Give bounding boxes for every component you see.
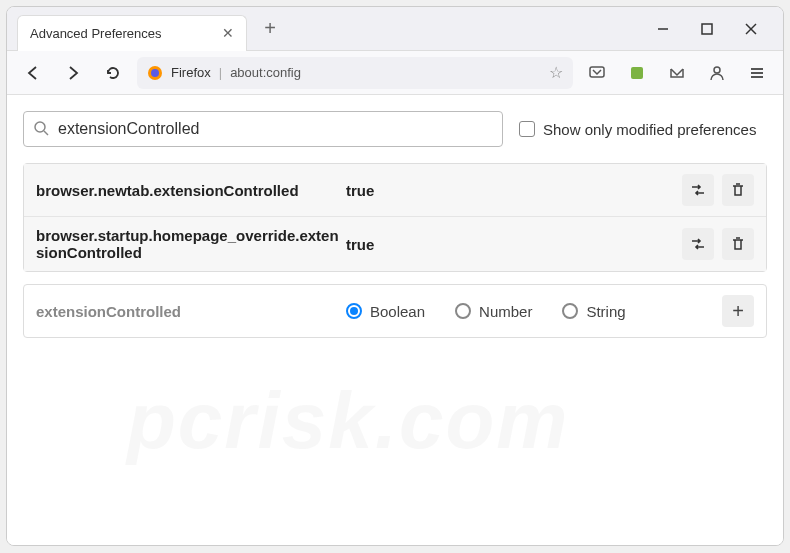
close-tab-icon[interactable]: ✕ <box>222 25 234 41</box>
modified-only-text: Show only modified preferences <box>543 121 756 138</box>
type-option-number[interactable]: Number <box>455 303 532 320</box>
browser-tab[interactable]: Advanced Preferences ✕ <box>17 15 247 51</box>
radio-label: Number <box>479 303 532 320</box>
pref-name: browser.newtab.extensionControlled <box>36 182 346 199</box>
minimize-button[interactable] <box>651 17 675 41</box>
modified-only-label[interactable]: Show only modified preferences <box>519 121 756 138</box>
new-pref-name: extensionControlled <box>36 303 346 320</box>
back-button[interactable] <box>17 57 49 89</box>
nav-toolbar: Firefox | about:config ☆ <box>7 51 783 95</box>
firefox-logo-icon <box>147 65 163 81</box>
watermark: pcrisk.com <box>127 375 569 467</box>
svg-line-13 <box>44 131 48 135</box>
close-window-button[interactable] <box>739 17 763 41</box>
svg-rect-6 <box>590 67 604 77</box>
browser-window: Advanced Preferences ✕ + Firefox | about… <box>6 6 784 546</box>
radio-button[interactable] <box>562 303 578 319</box>
pref-value: true <box>346 236 682 253</box>
pref-actions <box>682 174 754 206</box>
bookmark-star-icon[interactable]: ☆ <box>549 63 563 82</box>
modified-only-checkbox[interactable] <box>519 121 535 137</box>
prefs-table: browser.newtab.extensionControlled true … <box>23 163 767 272</box>
urlbar-separator: | <box>219 65 222 80</box>
pref-row: browser.newtab.extensionControlled true <box>24 164 766 217</box>
pref-search-input[interactable] <box>58 120 492 138</box>
url-bar[interactable]: Firefox | about:config ☆ <box>137 57 573 89</box>
svg-point-5 <box>151 69 159 77</box>
type-option-boolean[interactable]: Boolean <box>346 303 425 320</box>
pref-search-box[interactable] <box>23 111 503 147</box>
new-tab-button[interactable]: + <box>255 14 285 44</box>
add-pref-button[interactable]: + <box>722 295 754 327</box>
pref-name: browser.startup.homepage_override.extens… <box>36 227 346 261</box>
forward-button[interactable] <box>57 57 89 89</box>
toggle-button[interactable] <box>682 174 714 206</box>
delete-button[interactable] <box>722 228 754 260</box>
menu-button[interactable] <box>741 57 773 89</box>
inbox-icon[interactable] <box>661 57 693 89</box>
tab-title: Advanced Preferences <box>30 26 162 41</box>
page-content: Show only modified preferences browser.n… <box>7 95 783 545</box>
titlebar: Advanced Preferences ✕ + <box>7 7 783 51</box>
pocket-icon[interactable] <box>581 57 613 89</box>
radio-label: String <box>586 303 625 320</box>
svg-rect-7 <box>631 67 643 79</box>
delete-button[interactable] <box>722 174 754 206</box>
pref-value: true <box>346 182 682 199</box>
pref-row: browser.startup.homepage_override.extens… <box>24 217 766 271</box>
type-option-string[interactable]: String <box>562 303 625 320</box>
window-controls <box>651 17 783 41</box>
account-icon[interactable] <box>701 57 733 89</box>
radio-button[interactable] <box>346 303 362 319</box>
search-icon <box>34 121 50 137</box>
svg-rect-1 <box>702 24 712 34</box>
new-pref-row: extensionControlled Boolean Number Strin… <box>23 284 767 338</box>
maximize-button[interactable] <box>695 17 719 41</box>
toggle-button[interactable] <box>682 228 714 260</box>
reload-button[interactable] <box>97 57 129 89</box>
svg-point-12 <box>35 122 45 132</box>
urlbar-address: about:config <box>230 65 541 80</box>
type-radio-group: Boolean Number String <box>346 303 722 320</box>
pref-actions <box>682 228 754 260</box>
radio-label: Boolean <box>370 303 425 320</box>
radio-button[interactable] <box>455 303 471 319</box>
urlbar-brand: Firefox <box>171 65 211 80</box>
extension-icon[interactable] <box>621 57 653 89</box>
search-row: Show only modified preferences <box>23 111 767 147</box>
svg-point-8 <box>714 67 720 73</box>
